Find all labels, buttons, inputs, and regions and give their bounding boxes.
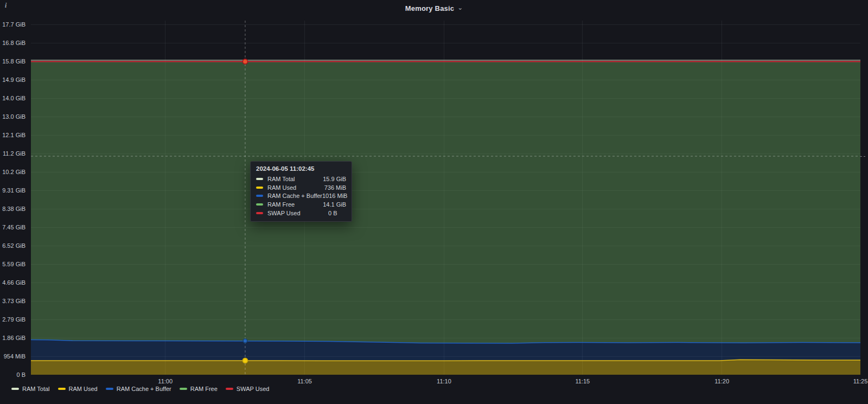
- legend-series-label: RAM Total: [22, 386, 50, 392]
- tooltip-series-value: 14.1 GiB: [323, 201, 346, 208]
- y-tick-label: 17.7 GiB: [1, 21, 25, 28]
- y-tick-label: 15.8 GiB: [1, 57, 25, 65]
- y-tick-label: 6.52 GiB: [1, 242, 25, 249]
- x-tick-label: 11:05: [297, 377, 312, 385]
- y-tick-label: 9.31 GiB: [1, 187, 25, 194]
- tooltip-series-swatch: [256, 178, 263, 180]
- tooltip-series-value: 15.9 GiB: [323, 176, 346, 182]
- legend-item[interactable]: RAM Total: [11, 386, 50, 392]
- tooltip-series-value: 736 MiB: [324, 184, 346, 191]
- x-tick-label: 11:00: [158, 377, 173, 385]
- legend-series-label: RAM Used: [69, 386, 98, 392]
- legend-series-label: RAM Cache + Buffer: [117, 386, 171, 392]
- chevron-down-icon: ⌄: [457, 5, 463, 10]
- y-tick-label: 3.73 GiB: [1, 297, 25, 305]
- y-tick-label: 14.9 GiB: [1, 76, 25, 84]
- legend-series-swatch: [106, 388, 113, 390]
- tooltip-series-value: 0 B: [328, 210, 346, 216]
- legend-series-swatch: [11, 388, 19, 390]
- swap-used-hover-dot: [242, 59, 247, 64]
- panel-header: i Memory Basic ⌄: [0, 0, 868, 16]
- y-tick-label: 0 B: [1, 371, 25, 379]
- tooltip-series-value: 1016 MiB: [322, 193, 347, 199]
- tooltip-series-label: SWAP Used: [267, 210, 328, 216]
- y-tick-label: 16.8 GiB: [1, 39, 25, 47]
- memory-chart: [31, 21, 860, 375]
- x-tick-label: 11:25: [853, 377, 868, 385]
- crosshair-horizontal-extension: [860, 156, 865, 157]
- y-tick-label: 2.79 GiB: [1, 316, 25, 323]
- y-tick-label: 7.45 GiB: [1, 223, 25, 231]
- legend-series-swatch: [58, 388, 66, 390]
- tooltip-timestamp: 2024-06-05 11:02:45: [256, 165, 346, 172]
- legend-item[interactable]: RAM Cache + Buffer: [106, 386, 171, 392]
- memory-basic-panel: i Memory Basic ⌄ 17.7 GiB16.8 GiB15.8 Gi…: [0, 0, 868, 404]
- legend-series-swatch: [180, 388, 187, 390]
- chart-plot-area[interactable]: [31, 21, 860, 375]
- x-tick-label: 11:10: [437, 377, 451, 385]
- tooltip-series-label: RAM Cache + Buffer: [267, 193, 322, 199]
- chart-legend: RAM TotalRAM UsedRAM Cache + BufferRAM F…: [11, 386, 269, 392]
- y-tick-label: 5.59 GiB: [1, 260, 25, 268]
- y-tick-label: 10.2 GiB: [1, 168, 25, 176]
- tooltip-series-swatch: [256, 187, 263, 189]
- legend-series-label: RAM Free: [190, 386, 218, 392]
- tooltip-row: RAM Cache + Buffer1016 MiB: [256, 191, 346, 200]
- chart-tooltip: 2024-06-05 11:02:45 RAM Total15.9 GiBRAM…: [250, 161, 352, 222]
- legend-item[interactable]: RAM Free: [180, 386, 218, 392]
- y-tick-label: 4.66 GiB: [1, 279, 25, 286]
- tooltip-row: RAM Total15.9 GiB: [256, 175, 346, 183]
- tooltip-row: SWAP Used0 B: [256, 209, 346, 217]
- y-tick-label: 954 MiB: [1, 352, 25, 360]
- panel-title-menu[interactable]: Memory Basic ⌄: [405, 4, 463, 12]
- tooltip-series-label: RAM Total: [267, 176, 323, 182]
- x-tick-label: 11:20: [714, 377, 729, 385]
- y-tick-label: 11.2 GiB: [1, 150, 25, 157]
- legend-item[interactable]: RAM Used: [58, 386, 98, 392]
- x-tick-label: 11:15: [575, 377, 590, 385]
- tooltip-row: RAM Used736 MiB: [256, 183, 346, 192]
- x-axis: 11:0011:0511:1011:1511:2011:25: [31, 377, 860, 385]
- ram-used-area: [31, 360, 860, 375]
- ram-used-hover-dot: [242, 358, 247, 363]
- ram-free-area: [31, 62, 860, 344]
- y-tick-label: 13.0 GiB: [1, 113, 25, 120]
- legend-series-swatch: [226, 388, 233, 390]
- y-axis: 17.7 GiB16.8 GiB15.8 GiB14.9 GiB14.0 GiB…: [0, 0, 27, 404]
- tooltip-series-swatch: [256, 212, 263, 214]
- legend-item[interactable]: SWAP Used: [226, 386, 270, 392]
- y-tick-label: 1.86 GiB: [1, 334, 25, 342]
- panel-title: Memory Basic: [405, 4, 455, 12]
- tooltip-series-label: RAM Used: [267, 184, 324, 191]
- tooltip-series-swatch: [256, 203, 263, 206]
- legend-series-label: SWAP Used: [237, 386, 270, 392]
- y-tick-label: 8.38 GiB: [1, 205, 25, 213]
- tooltip-series-label: RAM Free: [267, 201, 323, 208]
- tooltip-row: RAM Free14.1 GiB: [256, 200, 346, 209]
- ram-cache-hover-dot: [243, 339, 247, 343]
- y-tick-label: 14.0 GiB: [1, 94, 25, 102]
- y-tick-label: 12.1 GiB: [1, 131, 25, 139]
- tooltip-series-swatch: [256, 195, 263, 197]
